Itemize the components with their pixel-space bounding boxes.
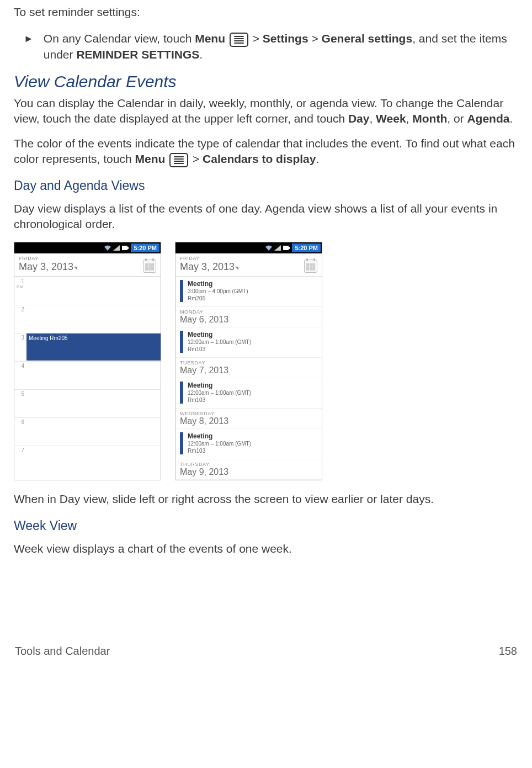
agenda-view-screenshot: 5:20 PM FRIDAY May 3, 2013 Meeting3:00pm… xyxy=(175,242,322,480)
week-view-heading: Week View xyxy=(14,518,518,533)
menu-label: Menu xyxy=(195,32,225,45)
hour-label: 3 xyxy=(17,335,24,341)
event-title: Meeting xyxy=(188,331,251,338)
agenda-section-header: THURSDAYMay 9, 2013 xyxy=(175,459,322,480)
battery-icon xyxy=(122,245,129,251)
agenda-section-header: TUESDAYMay 7, 2013 xyxy=(175,358,322,378)
hour-row[interactable]: 5 xyxy=(14,389,161,417)
calendar-event[interactable]: Meeting Rm205 xyxy=(26,333,161,361)
date-main: May 3, 2013 xyxy=(180,261,235,272)
hour-label: 4 xyxy=(17,363,24,369)
p2end: . xyxy=(316,152,319,165)
hour-row[interactable]: 3Meeting Rm205 xyxy=(14,333,161,361)
p1c1: , xyxy=(369,112,376,125)
week-view-paragraph: Week view displays a chart of the events… xyxy=(14,541,518,557)
agenda-view-body[interactable]: Meeting3:00pm – 4:00pm (GMT)Rm205MONDAYM… xyxy=(175,277,322,480)
svg-rect-0 xyxy=(122,246,127,250)
bullet-period: . xyxy=(199,48,203,61)
bullet-pre: On any Calendar view, touch xyxy=(44,32,195,45)
event-color-bar xyxy=(180,331,183,353)
hour-row[interactable]: 7 xyxy=(14,446,161,474)
footer-page-number: 158 xyxy=(499,645,517,658)
today-button[interactable] xyxy=(304,259,317,273)
month-label: Month xyxy=(412,112,447,125)
date-main: May 3, 2013 xyxy=(19,261,73,272)
agenda-weekday: THURSDAY xyxy=(180,462,317,467)
event-location: Rm103 xyxy=(188,447,251,454)
p1c2: , xyxy=(406,112,413,125)
hour-row[interactable]: 4 xyxy=(14,361,161,389)
signal-icon xyxy=(274,245,281,251)
status-time: 5:20 PM xyxy=(131,243,159,252)
hour-label: 6 xyxy=(17,419,24,425)
page-footer: Tools and Calendar 158 xyxy=(14,645,518,663)
agenda-event[interactable]: Meeting12:00am – 1:00am (GMT)Rm103 xyxy=(175,378,322,409)
agenda-date: May 8, 2013 xyxy=(180,416,317,426)
bullet-arrow-icon: ► xyxy=(24,33,34,45)
agenda-weekday: WEDNESDAY xyxy=(180,411,317,416)
event-title: Meeting xyxy=(188,382,251,389)
menu-icon xyxy=(230,33,248,47)
view-paragraph-1: You can display the Calendar in daily, w… xyxy=(14,96,518,127)
agenda-event[interactable]: Meeting3:00pm – 4:00pm (GMT)Rm205 xyxy=(175,277,322,307)
event-time: 12:00am – 1:00am (GMT) xyxy=(188,389,251,396)
wifi-icon xyxy=(104,245,111,251)
date-header[interactable]: FRIDAY May 3, 2013 xyxy=(14,253,161,277)
p1end: . xyxy=(509,112,513,125)
gt2: > xyxy=(308,32,322,45)
event-location: Rm103 xyxy=(188,346,251,353)
menu-label-2: Menu xyxy=(135,152,165,165)
signal-icon xyxy=(113,245,120,251)
event-color-bar xyxy=(180,280,183,302)
event-title: Meeting xyxy=(188,432,251,440)
date-header[interactable]: FRIDAY May 3, 2013 xyxy=(175,253,322,277)
bullet-content: On any Calendar view, touch Menu > Setti… xyxy=(44,31,518,62)
reminder-settings-label: REMINDER SETTINGS xyxy=(76,48,199,61)
view-calendar-events-heading: View Calendar Events xyxy=(14,72,518,91)
pm-label: PM xyxy=(17,284,23,289)
status-bar: 5:20 PM xyxy=(14,242,161,253)
date-weekday: FRIDAY xyxy=(19,256,77,261)
hour-row[interactable]: 1PM xyxy=(14,277,161,305)
today-button[interactable] xyxy=(143,259,156,273)
chevron-down-icon xyxy=(235,267,238,270)
hour-label: 5 xyxy=(17,391,24,397)
intro-text: To set reminder settings: xyxy=(14,4,518,20)
event-time: 3:00pm – 4:00pm (GMT) xyxy=(188,288,248,295)
wifi-icon xyxy=(265,245,272,251)
svg-rect-1 xyxy=(127,247,129,249)
agenda-label: Agenda xyxy=(467,112,509,125)
gt1: > xyxy=(253,32,263,45)
hour-label: 2 xyxy=(17,306,24,313)
screenshots-row: 5:20 PM FRIDAY May 3, 2013 1PM23Meeting … xyxy=(14,242,518,480)
day-agenda-heading: Day and Agenda Views xyxy=(14,178,518,193)
agenda-event[interactable]: Meeting12:00am – 1:00am (GMT)Rm103 xyxy=(175,429,322,459)
day-agenda-paragraph: Day view displays a list of the events o… xyxy=(14,201,518,232)
day-view-screenshot: 5:20 PM FRIDAY May 3, 2013 1PM23Meeting … xyxy=(14,242,161,480)
agenda-date: May 7, 2013 xyxy=(180,366,317,375)
agenda-date: May 9, 2013 xyxy=(180,467,317,477)
settings-label: Settings xyxy=(263,32,308,45)
agenda-date: May 6, 2013 xyxy=(180,315,317,325)
svg-rect-3 xyxy=(289,247,290,249)
event-title: Meeting xyxy=(188,280,248,288)
agenda-section-header: MONDAYMay 6, 2013 xyxy=(175,307,322,327)
event-time: 12:00am – 1:00am (GMT) xyxy=(188,338,251,346)
p1c3: , or xyxy=(447,112,467,125)
hour-row[interactable]: 6 xyxy=(14,417,161,446)
day-slide-paragraph: When in Day view, slide left or right ac… xyxy=(14,491,518,507)
hour-row[interactable]: 2 xyxy=(14,305,161,333)
agenda-event[interactable]: Meeting12:00am – 1:00am (GMT)Rm103 xyxy=(175,327,322,358)
reminder-bullet: ► On any Calendar view, touch Menu > Set… xyxy=(14,31,518,62)
hour-label: 7 xyxy=(17,447,24,453)
event-color-bar xyxy=(180,432,183,454)
menu-icon xyxy=(169,153,188,167)
day-view-body[interactable]: 1PM23Meeting Rm2054567 xyxy=(14,277,161,474)
agenda-weekday: MONDAY xyxy=(180,309,317,315)
event-color-bar xyxy=(180,382,183,404)
general-settings-label: General settings xyxy=(322,32,413,45)
date-weekday: FRIDAY xyxy=(180,256,238,261)
day-label: Day xyxy=(348,112,370,125)
hour-label: 1 xyxy=(17,278,24,284)
week-label: Week xyxy=(376,112,406,125)
